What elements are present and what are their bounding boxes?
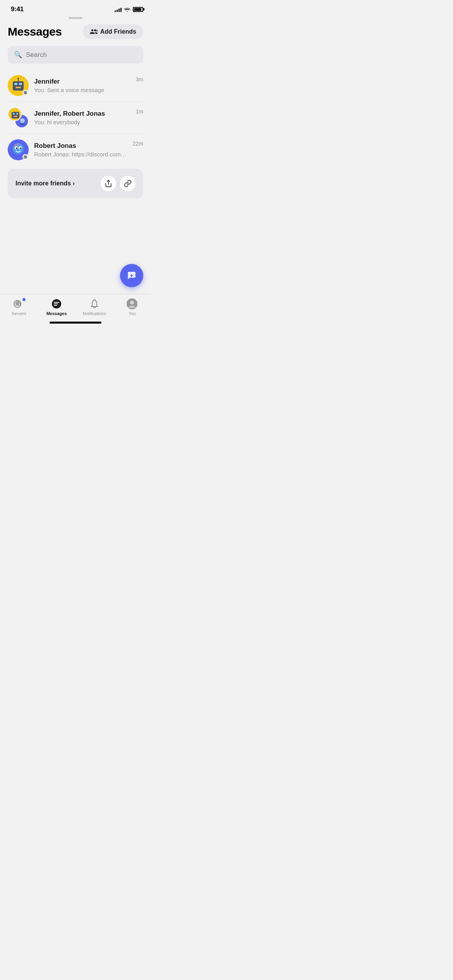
svg-rect-2 — [13, 81, 24, 91]
message-item-robert[interactable]: Robert Jonas Robert Jonas: https://disco… — [8, 134, 143, 166]
group-preview: You: hi everybody — [34, 119, 130, 125]
search-container: 🔍 — [0, 45, 151, 70]
share-icon — [105, 180, 112, 187]
avatar-group-wrap — [8, 107, 29, 128]
svg-point-7 — [17, 78, 19, 79]
message-item-group[interactable]: Jennifer, Robert Jonas You: hi everybody… — [8, 102, 143, 134]
status-time: 9:41 — [11, 5, 24, 13]
tab-messages-label: Messages — [46, 311, 67, 316]
invite-section: Invite more friends › — [8, 169, 143, 198]
tab-you-icon-wrap — [126, 298, 138, 310]
avatar-jennifer-wrap — [8, 75, 29, 96]
invite-actions — [101, 176, 136, 191]
group-name: Jennifer, Robert Jonas — [34, 110, 130, 118]
servers-badge — [22, 297, 26, 302]
tab-servers[interactable]: ⊞ Servers — [0, 298, 38, 316]
search-input[interactable] — [26, 51, 137, 59]
jennifer-message-content: Jennifer You: Sent a voice message — [34, 78, 130, 93]
robert-time: 22m — [133, 139, 143, 147]
battery-icon — [133, 7, 143, 12]
robert-status-dot — [22, 154, 28, 159]
group-message-content: Jennifer, Robert Jonas You: hi everybody — [34, 110, 130, 125]
invite-share-button[interactable] — [101, 176, 116, 191]
tab-messages[interactable]: Messages — [38, 298, 76, 316]
page-title: Messages — [8, 25, 62, 38]
tab-notifications[interactable]: Notifications — [76, 298, 113, 316]
jennifer-status-dot — [22, 90, 28, 95]
invite-link-button[interactable] — [120, 176, 136, 191]
home-indicator — [50, 322, 101, 324]
jennifer-time: 3m — [136, 75, 143, 82]
robert-preview: Robert Jonas: https://discord.com/invite… — [34, 151, 127, 158]
svg-point-29 — [130, 301, 134, 305]
jennifer-preview: You: Sent a voice message — [34, 87, 130, 93]
svg-rect-12 — [14, 116, 17, 117]
svg-text:+: + — [96, 28, 98, 33]
svg-point-20 — [20, 147, 21, 149]
message-list: Jennifer You: Sent a voice message 3m — [0, 70, 151, 166]
group-time: 1m — [136, 107, 143, 115]
add-friends-label: Add Friends — [100, 28, 136, 35]
wifi-icon — [124, 7, 130, 12]
tab-you-label: You — [129, 311, 136, 316]
svg-rect-9 — [12, 112, 19, 118]
svg-rect-11 — [16, 113, 18, 115]
search-icon: 🔍 — [14, 51, 22, 59]
header: Messages + Add Friends — [0, 21, 151, 45]
tab-notifications-icon-wrap — [89, 298, 100, 310]
message-item-jennifer[interactable]: Jennifer You: Sent a voice message 3m — [8, 70, 143, 102]
add-friends-button[interactable]: + Add Friends — [83, 24, 143, 39]
new-message-icon — [127, 271, 137, 281]
new-message-fab[interactable] — [120, 264, 143, 287]
tab-you[interactable]: You — [113, 298, 151, 316]
robert-name: Robert Jonas — [34, 142, 127, 150]
notifications-icon — [90, 299, 99, 309]
messages-icon — [51, 298, 62, 309]
tab-servers-icon-wrap: ⊞ — [13, 298, 25, 310]
link-icon — [124, 180, 132, 187]
search-bar: 🔍 — [8, 46, 143, 63]
status-icons — [115, 7, 143, 12]
status-bar: 9:41 — [0, 0, 151, 15]
add-friend-icon: + — [90, 28, 98, 35]
you-avatar — [127, 298, 137, 309]
svg-rect-3 — [14, 83, 17, 85]
svg-rect-5 — [15, 87, 21, 88]
signal-icon — [115, 7, 122, 12]
svg-rect-10 — [13, 113, 15, 115]
tab-servers-label: Servers — [12, 311, 26, 316]
drag-indicator — [69, 17, 82, 19]
robert-message-content: Robert Jonas Robert Jonas: https://disco… — [34, 142, 127, 158]
invite-text[interactable]: Invite more friends › — [15, 180, 75, 187]
avatar-group-jennifer — [8, 107, 22, 121]
tab-notifications-label: Notifications — [83, 311, 106, 316]
avatar-robert-wrap — [8, 139, 29, 160]
svg-rect-4 — [19, 83, 22, 85]
svg-point-19 — [16, 147, 17, 149]
tab-messages-icon-wrap — [51, 298, 62, 310]
jennifer-name: Jennifer — [34, 78, 130, 86]
